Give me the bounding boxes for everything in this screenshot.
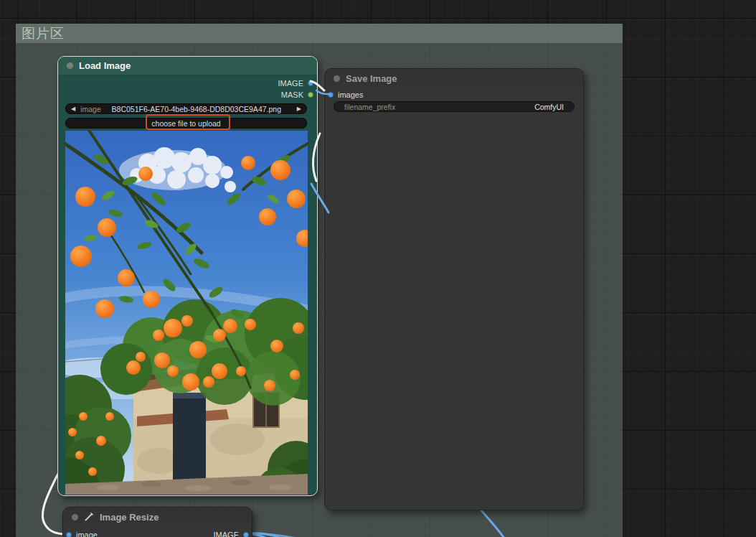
filename-prefix-widget[interactable]: filename_prefix ComfyUI [334,101,575,112]
node-title: Load Image [79,60,131,71]
filename-prefix-value: ComfyUI [395,103,564,111]
image-slot-dot[interactable] [308,80,313,86]
combo-value: B8C051F6-AE70-4beb-9468-DD8D03CE9A47.png [101,105,292,113]
image-slot-dot[interactable] [66,532,72,537]
output-port-image[interactable]: IMAGE [278,78,313,89]
node-graph-canvas[interactable]: 图片区 Load Image IMAGE MASK ◀ image B8C051… [0,0,756,537]
load-image-header[interactable]: Load Image [58,57,317,75]
input-port-images[interactable]: images [328,89,363,101]
node-title: Image Resize [100,512,159,523]
input-port-image[interactable]: image [66,529,98,537]
resize-ruler-icon [84,512,94,522]
output-label-image: IMAGE [214,531,239,537]
node-save-image[interactable]: Save Image images filename_prefix ComfyU… [324,68,584,510]
filename-prefix-label: filename_prefix [344,103,395,111]
node-collapse-dot[interactable] [67,62,73,69]
input-label-image: image [76,531,98,537]
save-image-header[interactable]: Save Image [325,69,583,88]
output-port-image[interactable]: IMAGE [214,529,249,537]
image-slot-dot[interactable] [243,532,249,537]
group-title: 图片区 [22,24,65,43]
mask-slot-dot[interactable] [308,92,313,98]
image-resize-header[interactable]: Image Resize [63,508,252,526]
upload-button-highlight-box [146,114,230,130]
images-slot-dot[interactable] [328,92,334,98]
output-label-image: IMAGE [278,79,303,88]
node-collapse-dot[interactable] [334,75,340,82]
combo-label: image [80,105,101,113]
output-label-mask: MASK [281,90,303,99]
combo-prev-arrow-icon[interactable]: ◀ [66,106,80,112]
node-load-image[interactable]: Load Image IMAGE MASK ◀ image B8C051F6-A… [57,56,318,496]
node-title: Save Image [346,73,397,84]
image-combo-widget[interactable]: ◀ image B8C051F6-AE70-4beb-9468-DD8D03CE… [65,103,307,114]
group-titlebar[interactable]: 图片区 [16,24,623,43]
node-collapse-dot[interactable] [72,514,78,520]
combo-next-arrow-icon[interactable]: ▶ [292,106,306,112]
input-label-images: images [338,90,363,99]
output-port-mask[interactable]: MASK [281,89,313,101]
image-preview [65,131,308,495]
node-image-resize[interactable]: Image Resize image IMAGE [62,507,252,537]
